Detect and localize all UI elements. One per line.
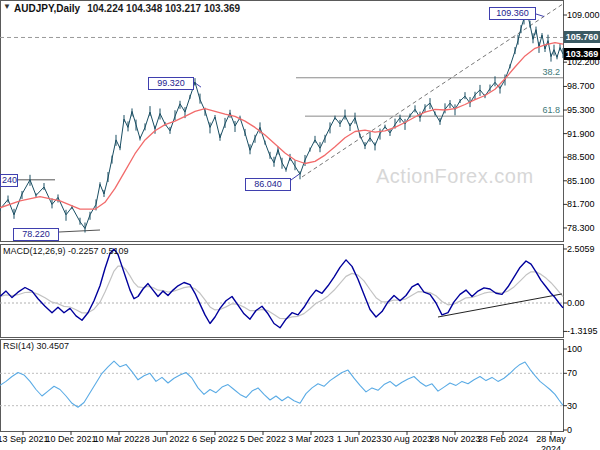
- rsi-label: RSI(14) 30.4507: [3, 341, 69, 351]
- macd-ytick: -1.3195: [567, 326, 598, 336]
- price-ytick: 81.700: [567, 199, 595, 209]
- annotation-86040: 86.040: [245, 178, 291, 191]
- annotation-78220: 78.220: [13, 228, 59, 241]
- price-ytick: 109.000: [567, 10, 600, 20]
- fib-382-label: 38.2: [522, 67, 560, 77]
- price-ytick: 91.900: [567, 129, 595, 139]
- date-tick: 1 Jun 2023: [333, 434, 385, 444]
- chart-window: ActionForex.com ▼ AUDJPY,Daily104.224 10…: [0, 0, 600, 450]
- macd-label: MACD(12,26,9) -0.2257 0.5109: [3, 246, 129, 256]
- macd-ytick: 0.00: [567, 298, 585, 308]
- fib-618-label: 61.8: [522, 105, 560, 115]
- rsi-ytick: 100: [567, 344, 582, 354]
- price-ytick: 95.300: [567, 105, 595, 115]
- annotation-99320: 99.320: [148, 77, 194, 90]
- rsi-ytick: 30: [567, 401, 577, 411]
- date-tick: 3 Mar 2023: [285, 434, 337, 444]
- date-tick: 28 Feb 2024: [477, 434, 529, 444]
- chevron-down-icon[interactable]: ▼: [3, 2, 11, 11]
- date-tick: 30 Aug 2023: [381, 434, 433, 444]
- date-tick: 28 May 2024: [525, 434, 577, 450]
- level-price-tag: 105.760: [564, 31, 600, 43]
- date-tick: 8 Jun 2022: [141, 434, 193, 444]
- price-ytick: 78.300: [567, 223, 595, 233]
- annotation-85240: 240: [0, 174, 18, 187]
- symbol-period-label: AUDJPY,Daily: [14, 3, 80, 14]
- date-tick: 6 Sep 2022: [189, 434, 241, 444]
- date-tick: 10 Dec 2021: [45, 434, 97, 444]
- rsi-ytick: 70: [567, 368, 577, 378]
- date-tick: 10 Mar 2022: [93, 434, 145, 444]
- ohlc-values: 104.224 104.348 103.217 103.369: [87, 3, 240, 14]
- date-tick: 5 Dec 2022: [237, 434, 289, 444]
- annotation-109360: 109.360: [489, 7, 536, 20]
- date-tick: 28 Nov 2023: [429, 434, 481, 444]
- price-ytick: 98.700: [567, 81, 595, 91]
- date-tick: 13 Sep 2021: [0, 434, 49, 444]
- price-ytick: 85.100: [567, 176, 595, 186]
- current-price-tag: 103.369: [564, 48, 600, 60]
- chart-canvas[interactable]: [0, 0, 600, 450]
- chart-title: AUDJPY,Daily104.224 104.348 103.217 103.…: [14, 3, 240, 14]
- macd-ytick: 2.5059: [567, 244, 595, 254]
- price-ytick: 88.500: [567, 152, 595, 162]
